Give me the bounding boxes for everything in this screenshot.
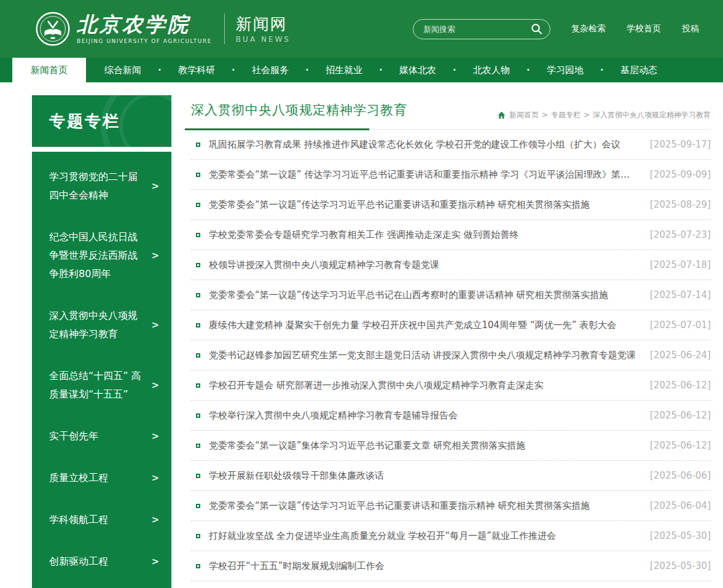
- news-title-link[interactable]: 党委常委会“第一议题”传达学习习近平总书记在山西考察时的重要讲话精神 研究相关贯…: [209, 289, 608, 301]
- site-name-en: BUA NEWS: [236, 35, 291, 44]
- news-date: [2025-06-04]: [638, 500, 711, 511]
- news-list-item[interactable]: 党委常委会“第一议题” 传达学习习近平总书记重要讲话和重要指示精神 学习《习近平…: [191, 160, 711, 190]
- news-list-item[interactable]: 学校开展新任职处级领导干部集体廉政谈话 [2025-06-06]: [191, 461, 711, 491]
- news-title-link[interactable]: 学校召开专题会 研究部署进一步推动深入贯彻中央八项规定精神学习教育走深走实: [209, 380, 544, 391]
- sidebar-item[interactable]: 创新驱动工程 >: [49, 552, 159, 571]
- news-title-link[interactable]: 党委常委会“第一议题”传达学习习近平总书记重要讲话和重要指示精神 研究相关贯彻落…: [209, 199, 590, 211]
- news-date: [2025-06-12]: [638, 380, 711, 391]
- square-bullet-icon: [196, 383, 200, 388]
- news-title-link[interactable]: 学校开展新任职处级领导干部集体廉政谈话: [209, 470, 384, 482]
- site-name: 新闻网 BUA NEWS: [236, 15, 291, 44]
- news-list-item[interactable]: 巩固拓展学习教育成果 持续推进作风建设常态化长效化 学校召开党的建设工作领导小组…: [191, 130, 711, 160]
- news-date: [2025-07-18]: [638, 259, 711, 270]
- sidebar-item-label: 学习贯彻党的二十届四中全会精神: [49, 168, 141, 205]
- news-list-item[interactable]: 党委常委会“第一议题”集体学习习近平总书记重要文章 研究相关贯彻落实措施 [20…: [191, 431, 711, 461]
- main-header: 深入贯彻中央八项规定精神学习教育 新闻首页专题专栏深入贯彻中央八项规定精神学习教…: [185, 95, 711, 130]
- chevron-right-icon: >: [151, 181, 159, 192]
- news-list-item[interactable]: 赓续伟大建党精神 凝聚实干创先力量 学校召开庆祝中国共产党成立104周年暨 “两…: [191, 310, 711, 340]
- news-title-link[interactable]: 党委常委会“第一议题”传达学习习近平总书记重要讲话和重要指示精神 研究相关贯彻落…: [209, 500, 590, 512]
- sidebar: 专题专栏 学习贯彻党的二十届四中全会精神 > 纪念中国人民抗日战争暨世界反法西斯…: [32, 95, 171, 588]
- news-title-link[interactable]: 赓续伟大建党精神 凝聚实干创先力量 学校召开庆祝中国共产党成立104周年暨 “两…: [209, 319, 616, 331]
- sidebar-item[interactable]: 学科领航工程 >: [49, 511, 159, 529]
- news-date: [2025-06-24]: [638, 350, 711, 361]
- news-title-link[interactable]: 党委常委会“第一议题” 传达学习习近平总书记重要讲话和重要指示精神 学习《习近平…: [209, 169, 638, 181]
- nav-item[interactable]: 媒体北农: [381, 58, 455, 82]
- sidebar-title-block: 专题专栏: [32, 95, 171, 147]
- news-date: [2025-05-30]: [638, 560, 711, 571]
- sidebar-item[interactable]: 全面总结“十四五” 高质量谋划“十五五” >: [49, 367, 159, 404]
- news-list-item[interactable]: 党委常委会“第一议题”传达学习习近平总书记重要讲话和重要指示精神 研究相关贯彻落…: [191, 190, 711, 220]
- nav-item[interactable]: 教学科研: [160, 58, 233, 82]
- news-list-item[interactable]: 党委书记赵锋参加园艺研究生第一党支部主题党日活动 讲授深入贯彻中央八项规定精神学…: [191, 340, 711, 370]
- news-list-item[interactable]: 打好就业攻坚战 全力促进毕业生高质量充分就业 学校召开“每月一题”就业工作推进会…: [191, 521, 711, 551]
- sidebar-item[interactable]: 质量立校工程 >: [49, 469, 159, 487]
- news-date: [2025-07-01]: [638, 319, 711, 331]
- news-title-link[interactable]: 党委常委会“第一议题”集体学习习近平总书记重要文章 研究相关贯彻落实措施: [209, 440, 525, 452]
- site-logo[interactable]: 北京农学院 BEIJING UNIVERSITY OF AGRICULTURE …: [35, 11, 291, 47]
- header-link[interactable]: 复杂检索: [571, 23, 606, 34]
- news-date: [2025-09-17]: [638, 139, 711, 150]
- news-list-item[interactable]: 学校举行深入贯彻中央八项规定精神学习教育专题辅导报告会 [2025-06-12]: [191, 401, 711, 431]
- breadcrumb-item[interactable]: 新闻首页: [509, 110, 539, 120]
- nav-item[interactable]: 学习园地: [528, 58, 602, 82]
- chevron-right-icon: >: [151, 380, 159, 391]
- square-bullet-icon: [196, 143, 200, 147]
- square-bullet-icon: [196, 173, 200, 177]
- breadcrumb-item[interactable]: 深入贯彻中央八项规定精神学习教育: [580, 110, 711, 120]
- sidebar-item[interactable]: 学习贯彻党的二十届四中全会精神 >: [49, 168, 159, 205]
- news-list-item[interactable]: 学校党委常委会专题研究学习教育相关工作 强调推动走深走实 做到善始善终 [202…: [191, 220, 711, 250]
- nav-item[interactable]: 社会服务: [233, 58, 307, 82]
- sidebar-item-label: 纪念中国人民抗日战争暨世界反法西斯战争胜利80周年: [49, 228, 141, 283]
- square-bullet-icon: [196, 323, 200, 327]
- header-right: 复杂检索学校首页投稿: [413, 19, 699, 39]
- news-title-link[interactable]: 学校召开“十五五”时期发展规划编制工作会: [209, 560, 385, 572]
- header-links: 复杂检索学校首页投稿: [550, 23, 699, 34]
- search-input[interactable]: [423, 25, 526, 34]
- nav-item[interactable]: 新闻首页: [12, 58, 86, 82]
- nav-item[interactable]: 基层动态: [602, 58, 676, 82]
- sidebar-item-label: 质量立校工程: [49, 469, 108, 487]
- title-underline: [185, 128, 369, 130]
- main-column: 深入贯彻中央八项规定精神学习教育 新闻首页专题专栏深入贯彻中央八项规定精神学习教…: [185, 95, 711, 581]
- site-name-cn: 新闻网: [236, 15, 291, 33]
- logo-divider: [224, 14, 225, 44]
- news-title-link[interactable]: 巩固拓展学习教育成果 持续推进作风建设常态化长效化 学校召开党的建设工作领导小组…: [209, 139, 620, 151]
- home-icon: [498, 111, 506, 119]
- news-title-link[interactable]: 党委书记赵锋参加园艺研究生第一党支部主题党日活动 讲授深入贯彻中央八项规定精神学…: [209, 350, 636, 361]
- nav-item[interactable]: 北农人物: [455, 58, 528, 82]
- nav-item[interactable]: 综合新闻: [86, 58, 160, 82]
- square-bullet-icon: [196, 353, 200, 358]
- nav-item[interactable]: 招生就业: [307, 58, 381, 82]
- square-bullet-icon: [196, 263, 200, 267]
- sidebar-item[interactable]: 深入贯彻中央八项规定精神学习教育 >: [49, 307, 159, 343]
- news-date: [2025-06-06]: [638, 470, 711, 481]
- sidebar-item-label: 深入贯彻中央八项规定精神学习教育: [49, 307, 141, 343]
- chevron-right-icon: >: [151, 472, 159, 484]
- chevron-right-icon: >: [151, 556, 159, 567]
- news-list: 巩固拓展学习教育成果 持续推进作风建设常态化长效化 学校召开党的建设工作领导小组…: [185, 130, 711, 581]
- news-title-link[interactable]: 学校举行深入贯彻中央八项规定精神学习教育专题辅导报告会: [209, 410, 458, 421]
- search-icon: [531, 28, 542, 37]
- chevron-right-icon: >: [151, 250, 159, 261]
- breadcrumb-item[interactable]: 专题专栏: [539, 110, 580, 120]
- header-link[interactable]: 学校首页: [627, 23, 661, 34]
- sidebar-item[interactable]: 纪念中国人民抗日战争暨世界反法西斯战争胜利80周年 >: [49, 228, 159, 283]
- news-date: [2025-07-14]: [638, 289, 711, 300]
- news-date: [2025-06-12]: [638, 410, 711, 421]
- news-date: [2025-05-30]: [638, 530, 711, 541]
- news-list-item[interactable]: 学校召开“十五五”时期发展规划编制工作会 [2025-05-30]: [191, 551, 711, 581]
- square-bullet-icon: [196, 233, 200, 237]
- news-title-link[interactable]: 校领导讲授深入贯彻中央八项规定精神学习教育专题党课: [209, 259, 439, 271]
- search-button[interactable]: [530, 22, 544, 36]
- news-list-item[interactable]: 党委常委会“第一议题”传达学习习近平总书记重要讲话和重要指示精神 研究相关贯彻落…: [191, 491, 711, 521]
- header-link[interactable]: 投稿: [682, 23, 699, 34]
- university-name: 北京农学院 BEIJING UNIVERSITY OF AGRICULTURE: [77, 14, 212, 44]
- sidebar-list: 学习贯彻党的二十届四中全会精神 > 纪念中国人民抗日战争暨世界反法西斯战争胜利8…: [32, 152, 171, 588]
- news-list-item[interactable]: 校领导讲授深入贯彻中央八项规定精神学习教育专题党课 [2025-07-18]: [191, 250, 711, 280]
- news-list-item[interactable]: 党委常委会“第一议题”传达学习习近平总书记在山西考察时的重要讲话精神 研究相关贯…: [191, 280, 711, 310]
- news-list-item[interactable]: 学校召开专题会 研究部署进一步推动深入贯彻中央八项规定精神学习教育走深走实 [2…: [191, 370, 711, 401]
- news-title-link[interactable]: 打好就业攻坚战 全力促进毕业生高质量充分就业 学校召开“每月一题”就业工作推进会: [209, 530, 556, 542]
- main-nav: 新闻首页 综合新闻 教学科研 社会服务 招生就业 媒体北农 北农人物 学习园地 …: [0, 58, 723, 82]
- news-title-link[interactable]: 学校党委常委会专题研究学习教育相关工作 强调推动走深走实 做到善始善终: [209, 229, 519, 241]
- sidebar-item[interactable]: 实干创先年 >: [49, 427, 159, 445]
